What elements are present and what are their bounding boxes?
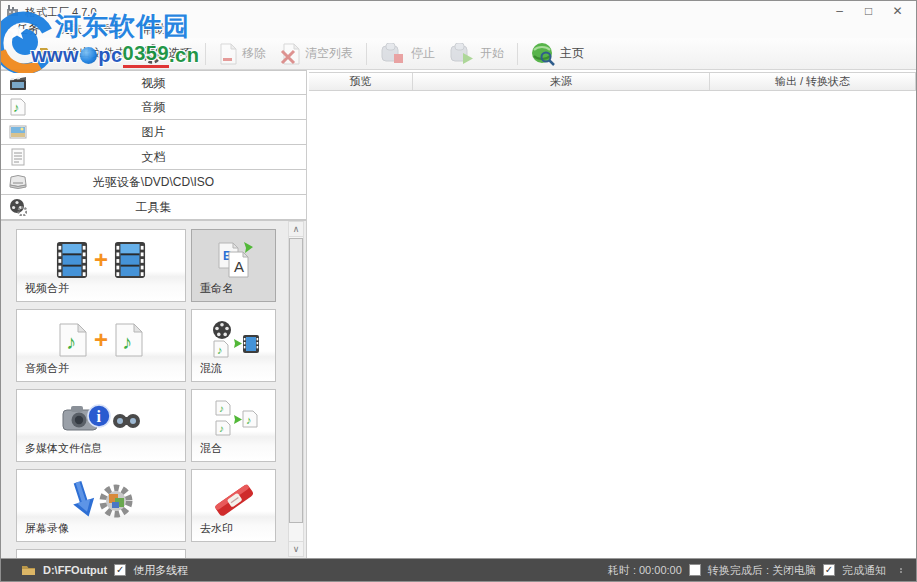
- menu-task[interactable]: 任务: [7, 21, 49, 38]
- category-label: 音频: [1, 95, 306, 120]
- remove-label: 移除: [242, 45, 266, 62]
- start-label: 开始: [480, 45, 504, 62]
- home-globe-icon: [531, 42, 555, 66]
- tool-media-info[interactable]: i 多媒体文件信息: [16, 389, 186, 462]
- tool-label: 视频合并: [25, 281, 69, 296]
- gear-icon: [141, 43, 163, 65]
- options-button[interactable]: 选项: [134, 40, 199, 68]
- category-video[interactable]: 视频: [1, 70, 306, 95]
- remove-button[interactable]: 移除: [212, 40, 273, 68]
- main-area: 视频 ♪ 音频: [1, 70, 916, 558]
- home-label: 主页: [560, 45, 584, 62]
- svg-text:♪: ♪: [66, 331, 76, 353]
- media-info-icon: i: [17, 398, 185, 442]
- tool-label: 重命名: [200, 281, 233, 296]
- minimize-button[interactable]: –: [825, 1, 854, 21]
- multithread-label: 使用多线程: [133, 563, 188, 578]
- format-factory-window: 格式工厂 4.7.0 – □ ✕ 任务 皮肤 语言 帮助 输出文件夹: [0, 0, 917, 582]
- tools-scrollbar[interactable]: ∧ ∨: [288, 221, 304, 557]
- remove-file-icon: [219, 43, 237, 65]
- category-toolset[interactable]: 工具集: [1, 195, 306, 220]
- category-audio[interactable]: ♪ 音频: [1, 95, 306, 120]
- tool-mux[interactable]: ♪ 混流: [191, 309, 276, 382]
- left-panel: 视频 ♪ 音频: [1, 70, 307, 558]
- category-document[interactable]: 文档: [1, 145, 306, 170]
- rename-icon: B A: [192, 238, 275, 282]
- check-mark: ✓: [116, 565, 124, 575]
- notify-label: 完成通知: [842, 563, 886, 578]
- menu-help[interactable]: 帮助: [133, 21, 175, 38]
- column-source[interactable]: 来源: [413, 73, 710, 90]
- plus-icon: +: [94, 328, 108, 352]
- maximize-button[interactable]: □: [854, 1, 883, 21]
- output-path[interactable]: D:\FFOutput: [43, 564, 107, 576]
- category-label: 工具集: [1, 195, 306, 220]
- svg-text:♪: ♪: [219, 403, 224, 414]
- tool-rename[interactable]: B A 重命名: [191, 229, 276, 302]
- statusbar: D:\FFOutput ✓ 使用多线程 耗时 : 00:00:00 转换完成后 …: [1, 558, 916, 581]
- tool-label: 混流: [200, 361, 222, 376]
- svg-text:♪: ♪: [122, 331, 132, 353]
- eraser-icon: [192, 478, 275, 522]
- category-label: 视频: [1, 71, 306, 96]
- close-button[interactable]: ✕: [883, 1, 912, 21]
- tool-audio-merge[interactable]: ♪ + ♪ 音频合并: [16, 309, 186, 382]
- screen-record-icon: [17, 478, 185, 522]
- audio-merge-icon: ♪ + ♪: [17, 318, 185, 362]
- shutdown-label: 转换完成后 : 关闭电脑: [708, 563, 816, 578]
- category-optical[interactable]: 光驱设备\DVD\CD\ISO: [1, 170, 306, 195]
- shutdown-checkbox[interactable]: [689, 564, 701, 576]
- svg-text:♪: ♪: [219, 423, 224, 434]
- toolbar-separator: [205, 43, 206, 65]
- svg-text:i: i: [97, 408, 102, 425]
- menu-language[interactable]: 语言: [91, 21, 133, 38]
- svg-text:A: A: [234, 258, 244, 275]
- stop-button[interactable]: 停止: [373, 40, 442, 68]
- elapsed-time: 耗时 : 00:00:00: [608, 563, 682, 578]
- toolbar-separator: [366, 43, 367, 65]
- scroll-down-button[interactable]: ∨: [289, 541, 303, 556]
- category-label: 图片: [1, 120, 306, 145]
- category-label: 文档: [1, 145, 306, 170]
- mix-icon: ♪ ♪ ♪: [192, 398, 275, 442]
- multithread-checkbox[interactable]: ✓: [114, 564, 126, 576]
- clear-list-label: 清空列表: [305, 45, 353, 62]
- category-label: 光驱设备\DVD\CD\ISO: [1, 170, 306, 195]
- tool-remove-watermark[interactable]: 去水印: [191, 469, 276, 542]
- stop-icon: [380, 43, 406, 65]
- tool-screen-record[interactable]: 屏幕录像: [16, 469, 186, 542]
- menu-skin[interactable]: 皮肤: [49, 21, 91, 38]
- tool-video-merge[interactable]: +: [16, 229, 186, 302]
- stop-label: 停止: [411, 45, 435, 62]
- titlebar: 格式工厂 4.7.0 – □ ✕: [1, 1, 916, 21]
- window-title: 格式工厂 4.7.0: [25, 5, 97, 20]
- category-picture[interactable]: 图片: [1, 120, 306, 145]
- output-folder-button[interactable]: 输出文件夹: [31, 40, 134, 68]
- menubar: 任务 皮肤 语言 帮助: [1, 21, 916, 38]
- tool-label: 屏幕录像: [25, 521, 69, 536]
- video-merge-icon: +: [17, 238, 185, 282]
- scroll-up-button[interactable]: ∧: [289, 222, 303, 237]
- column-output-status[interactable]: 输出 / 转换状态: [710, 73, 915, 90]
- start-icon: [449, 43, 475, 65]
- app-icon: [6, 4, 19, 17]
- clear-list-icon: [280, 43, 300, 65]
- resize-grip[interactable]: [897, 568, 902, 573]
- clear-list-button[interactable]: 清空列表: [273, 40, 360, 68]
- notify-checkbox[interactable]: ✓: [823, 564, 835, 576]
- tool-mix[interactable]: ♪ ♪ ♪ 混合: [191, 389, 276, 462]
- scrollbar-thumb[interactable]: [289, 238, 303, 523]
- mux-icon: ♪: [192, 318, 275, 362]
- tool-tile-partial[interactable]: [16, 549, 186, 558]
- home-button[interactable]: 主页: [524, 40, 591, 68]
- options-label: 选项: [168, 45, 192, 62]
- toolbar-separator: [517, 43, 518, 65]
- file-list-body[interactable]: [309, 91, 916, 558]
- tool-label: 混合: [200, 441, 222, 456]
- column-preview[interactable]: 预览: [309, 73, 413, 90]
- svg-text:♪: ♪: [246, 414, 252, 426]
- tool-label: 去水印: [200, 521, 233, 536]
- check-mark: ✓: [825, 565, 833, 575]
- start-button[interactable]: 开始: [442, 40, 511, 68]
- file-list-header: 预览 来源 输出 / 转换状态: [309, 72, 916, 91]
